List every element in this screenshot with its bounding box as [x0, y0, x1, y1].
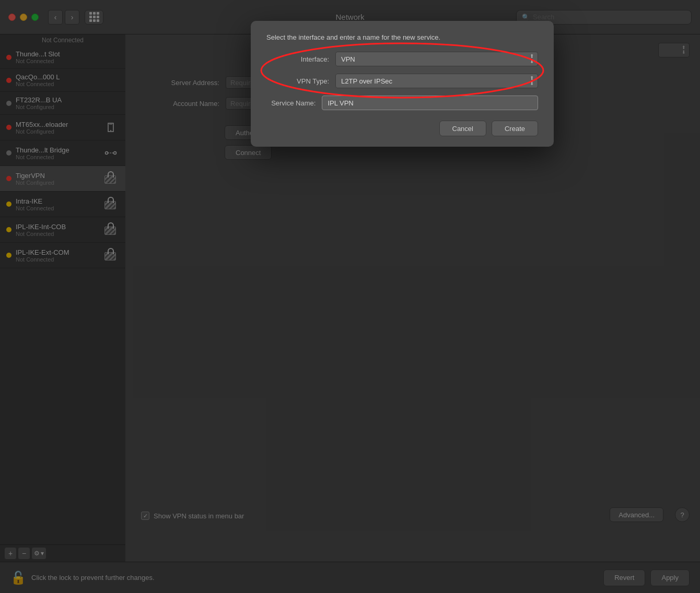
- create-button[interactable]: Create: [492, 121, 538, 136]
- service-name-label: Service Name:: [266, 99, 316, 107]
- interface-select-wrapper: VPN Ethernet Wi-Fi Bluetooth PAN Thunder…: [335, 52, 538, 66]
- vpn-type-select[interactable]: L2TP over IPSec IKEv2 Cisco IPSec Cisco …: [335, 74, 538, 88]
- service-name-input[interactable]: [322, 96, 538, 110]
- modal-title: Select the interface and enter a name fo…: [266, 33, 538, 41]
- modal-buttons: Cancel Create: [266, 121, 538, 136]
- vpn-type-row: VPN Type: L2TP over IPSec IKEv2 Cisco IP…: [266, 74, 538, 88]
- service-name-row: Service Name:: [266, 96, 538, 110]
- modal-overlay: Select the interface and enter a name fo…: [0, 0, 700, 593]
- cancel-button[interactable]: Cancel: [439, 121, 486, 136]
- interface-label: Interface:: [266, 55, 329, 63]
- interface-select[interactable]: VPN Ethernet Wi-Fi Bluetooth PAN Thunder…: [335, 52, 538, 66]
- vpn-type-label: VPN Type:: [266, 77, 329, 85]
- new-service-modal: Select the interface and enter a name fo…: [251, 21, 554, 147]
- vpn-type-select-wrapper: L2TP over IPSec IKEv2 Cisco IPSec Cisco …: [335, 74, 538, 88]
- interface-row: Interface: VPN Ethernet Wi-Fi Bluetooth …: [266, 52, 538, 66]
